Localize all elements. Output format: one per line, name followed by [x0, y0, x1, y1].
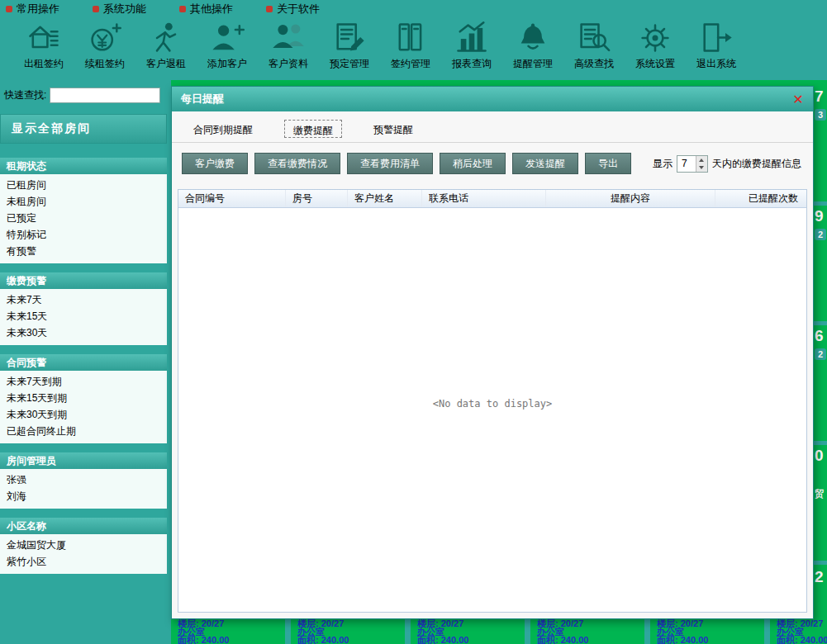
room-card[interactable]: 楼层: 20/27 办公室 面积: 240.00 [650, 619, 764, 644]
days-spinner[interactable]: 7 [677, 155, 708, 173]
toolbar-button[interactable]: 系统设置 [625, 18, 686, 80]
toolbar-button[interactable]: 出租签约 [13, 18, 74, 80]
room-card-fragment: 0 [815, 447, 824, 465]
table-column-header[interactable]: 提醒内容 [546, 190, 715, 207]
dialog-action-button[interactable]: 发送提醒 [512, 153, 578, 174]
menu-item-label: 其他操作 [190, 2, 233, 17]
sidebar-section-list: 未来7天到期未来15天到期未来30天到期已超合同终止期 [0, 371, 167, 443]
toolbar-button[interactable]: 客户资料 [258, 18, 319, 80]
sidebar-filter-item[interactable]: 未来7天到期 [0, 373, 167, 390]
room-card[interactable]: 楼层: 20/27 办公室 面积: 240.00 [770, 619, 827, 644]
room-card[interactable]: 楼层: 20/27 办公室 面积: 240.00 [291, 619, 405, 644]
menu-item-label: 关于软件 [277, 2, 320, 17]
sidebar-filter-item[interactable]: 未来15天 [0, 308, 167, 324]
toolbar-button[interactable]: 签约管理 [380, 18, 441, 80]
menu-item[interactable]: 系统功能 [90, 2, 149, 17]
toolbar-button-label: 系统设置 [635, 57, 675, 71]
sidebar-filter-item[interactable]: 张强 [0, 471, 167, 488]
table-column-header[interactable]: 已提醒次数 [715, 190, 806, 207]
sidebar-filter-item[interactable]: 已超合同终止期 [0, 423, 167, 439]
table-column-header[interactable]: 客户姓名 [348, 190, 422, 207]
report-query-icon [454, 20, 490, 56]
sidebar-section-title: 合同预警 [0, 354, 167, 371]
quick-search-input[interactable] [50, 88, 160, 103]
room-card-fragment: 7 [815, 88, 824, 106]
dialog-action-button[interactable]: 导出 [585, 153, 631, 174]
quick-search-row: 快速查找: [0, 80, 171, 103]
toolbar-button[interactable]: 退出系统 [686, 18, 747, 80]
toolbar-button[interactable]: 提醒管理 [502, 18, 563, 80]
show-all-rooms-button[interactable]: 显示全部房间 [0, 114, 167, 144]
room-card-fragment: 9 [815, 207, 824, 225]
table-column-header[interactable]: 合同编号 [178, 190, 286, 207]
sidebar-filter-item[interactable]: 已租房间 [0, 177, 167, 193]
booking-manage-icon [331, 20, 368, 56]
table-column-header[interactable]: 房号 [286, 190, 348, 207]
toolbar-button-label: 出租签约 [24, 57, 64, 71]
dialog-titlebar[interactable]: 每日提醒 ✕ [172, 87, 813, 111]
dialog-action-button[interactable]: 查看费用清单 [347, 153, 433, 174]
sidebar-filter-item[interactable]: 未来7天 [0, 291, 167, 308]
add-customer-icon [209, 20, 245, 56]
quick-search-label: 快速查找: [4, 88, 46, 102]
room-card[interactable]: 楼层: 20/27 办公室 面积: 240.00 [411, 619, 525, 644]
sidebar-filter-item[interactable]: 刘海 [0, 488, 167, 504]
dialog-buttons-group: 客户缴费查看缴费情况查看费用清单稍后处理发送提醒导出 [182, 153, 631, 174]
room-area-text: 面积: 240.00 [178, 636, 285, 644]
rent-sign-icon [26, 20, 62, 56]
sidebar-section-title: 缴费预警 [0, 272, 167, 289]
spinner-down-icon[interactable] [696, 163, 707, 172]
menu-item[interactable]: 关于软件 [264, 2, 322, 17]
dialog-action-button[interactable]: 稍后处理 [440, 153, 506, 174]
toolbar-button[interactable]: 报表查询 [441, 18, 502, 80]
sidebar-filter-item[interactable]: 未来30天 [0, 324, 167, 341]
sidebar-section-list: 金城国贸大厦紫竹小区 [0, 534, 167, 574]
days-control: 显示 7 天内的缴费提醒信息 [653, 155, 801, 173]
room-grid-top-edge [171, 80, 827, 86]
dialog-action-button[interactable]: 客户缴费 [182, 153, 248, 174]
spinner-up-icon[interactable] [696, 156, 707, 164]
sidebar-filter-item[interactable]: 特别标记 [0, 226, 167, 243]
toolbar-button[interactable]: 客户退租 [135, 18, 197, 80]
dialog-title: 每日提醒 [181, 92, 224, 107]
dialog-tab[interactable]: 缴费提醒 [284, 120, 342, 138]
table-column-header[interactable]: 联系电话 [422, 190, 546, 207]
sidebar-filter-item[interactable]: 已预定 [0, 210, 167, 226]
sidebar-filter-item[interactable]: 金城国贸大厦 [0, 537, 167, 553]
toolbar-button[interactable]: 高级查找 [563, 18, 625, 80]
toolbar-button-label: 退出系统 [696, 57, 736, 71]
room-card-fragment: 2 [815, 348, 826, 360]
sidebar-sections: 租期状态 已租房间未租房间已预定特别标记有预警 缴费预警 未来7天未来15天未来… [0, 158, 171, 574]
sidebar-filter-item[interactable]: 未来15天到期 [0, 390, 167, 406]
sidebar-filter-item[interactable]: 有预警 [0, 243, 167, 259]
sidebar-filter-item[interactable]: 紫竹小区 [0, 553, 167, 570]
settings-gear-icon [637, 20, 673, 56]
room-card[interactable]: 楼层: 20/27 办公室 面积: 240.00 [530, 619, 644, 644]
main-area: 快速查找: 显示全部房间 租期状态 已租房间未租房间已预定特别标记有预警 缴费预… [0, 80, 827, 644]
room-area-text: 面积: 240.00 [417, 636, 525, 644]
menu-item[interactable]: 常用操作 [3, 2, 62, 17]
toolbar-button[interactable]: 续租签约 [74, 18, 135, 80]
menubar: 常用操作 系统功能 其他操作 关于软件 [0, 0, 827, 18]
room-card-fragment: 贸 [815, 488, 824, 500]
close-icon[interactable]: ✕ [790, 92, 806, 107]
toolbar-button-label: 提醒管理 [513, 57, 553, 71]
room-card-fragment: 2 [815, 229, 826, 240]
dialog-toolbar: 客户缴费查看缴费情况查看费用清单稍后处理发送提醒导出 显示 7 天内的缴费提醒信… [172, 143, 813, 182]
sidebar-filter-item[interactable]: 未来30天到期 [0, 406, 167, 423]
dialog-action-button[interactable]: 查看缴费情况 [254, 153, 340, 174]
renew-sign-icon [87, 20, 123, 56]
menu-item-label: 常用操作 [17, 2, 59, 17]
toolbar-button[interactable]: 添加客户 [197, 18, 258, 80]
sidebar-section-list: 张强刘海 [0, 469, 167, 509]
menu-item[interactable]: 其他操作 [177, 2, 235, 17]
sidebar: 快速查找: 显示全部房间 租期状态 已租房间未租房间已预定特别标记有预警 缴费预… [0, 80, 171, 644]
toolbar-button-label: 续租签约 [85, 57, 125, 71]
room-area-text: 面积: 240.00 [777, 636, 827, 644]
toolbar-button[interactable]: 预定管理 [319, 18, 380, 80]
room-card[interactable]: 楼层: 20/27 办公室 面积: 240.00 [171, 619, 285, 644]
sidebar-filter-item[interactable]: 未租房间 [0, 193, 167, 210]
dialog-tab[interactable]: 合同到期提醒 [185, 120, 261, 138]
dialog-tab[interactable]: 预警提醒 [365, 120, 421, 138]
room-area-text: 面积: 240.00 [537, 636, 644, 644]
